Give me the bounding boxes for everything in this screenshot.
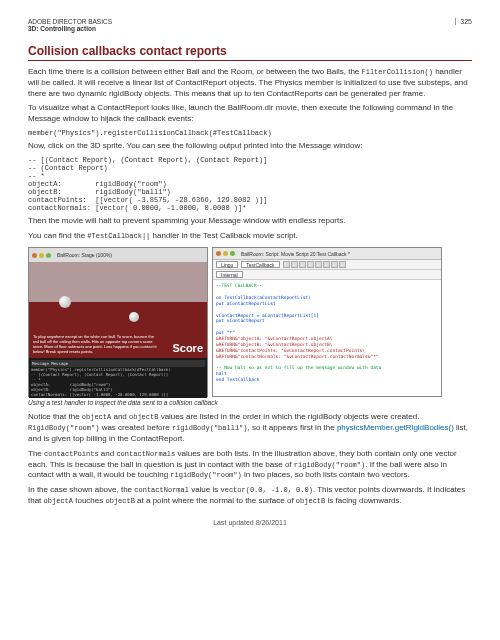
message-output: member("Physics").registerCollisionCallb… [31,367,205,398]
inline-code: objectB [129,413,158,421]
message-title: Message Message [31,360,205,367]
inline-code: vector(0.0, -1.0, 0.0) [220,486,312,494]
inline-code: contactPoints [44,450,99,458]
inline-code: FilterCollision() [362,68,433,76]
inline-code: objectA [44,497,73,505]
close-icon[interactable] [32,253,37,258]
text: at a point where the normal to the surfa… [135,496,296,505]
inline-code: rigidBody("room") [294,461,365,469]
script-tabbar: Internal [213,270,441,280]
code-line: end TestCallback [216,377,438,383]
page-number: 325 [455,18,472,25]
text: handler in the Test Callback movie scrip… [150,231,297,240]
tool-icon[interactable] [315,261,322,268]
3d-viewport[interactable]: To play anywhere except on the white cue… [29,262,207,358]
scene-wall [29,262,207,302]
hint-text: To play anywhere except on the white cue… [33,335,157,354]
inline-code: objectB [105,497,134,505]
text: In the case shown above, the [28,485,134,494]
inline-code: contactNormals [116,450,175,458]
text: and [111,412,129,421]
paragraph-6: Notice that the objectA and objectB valu… [28,412,472,444]
paragraph-7: The contactPoints and contactNormals val… [28,449,472,481]
text: Notice that the [28,412,82,421]
window-title: BallRoom: Stage (100%) [57,252,112,258]
text: Each time there is a collision between e… [28,67,362,76]
page-body: ADOBE DIRECTOR BASICS 3D: Controlling ac… [0,0,500,544]
page-header: ADOBE DIRECTOR BASICS 3D: Controlling ac… [28,18,472,32]
doc-subtitle: 3D: Controlling action [28,25,112,32]
text: You can find the [28,231,87,240]
paragraph-2: To visualize what a ContactReport looks … [28,103,472,125]
page-footer: Last updated 8/26/2011 [28,519,472,526]
inline-code: objectB [296,497,325,505]
link-text[interactable]: physicsMember.getRigidBodies() [337,423,454,432]
section-heading: Collision callbacks contact reports [28,44,472,61]
close-icon[interactable] [216,251,221,256]
text: was created before [99,423,171,432]
paragraph-8: In the case shown above, the contactNorm… [28,485,472,507]
text: in two places, so both lists contain two… [242,470,410,479]
paragraph-5: You can find the #TestCallback|| handler… [28,231,472,242]
text: touches [73,496,105,505]
header-left: ADOBE DIRECTOR BASICS 3D: Controlling ac… [28,18,112,32]
text: and [99,449,117,458]
text: value is [189,485,221,494]
window-titlebar: BallRoom: Stage (100%) [29,248,207,262]
text: is facing downwards. [325,496,401,505]
tool-icon[interactable] [331,261,338,268]
message-window[interactable]: Message Message member("Physics").regist… [29,358,207,398]
stage-window: BallRoom: Stage (100%) To play anywhere … [28,247,208,397]
paragraph-4: Then the movie will halt to prevent spam… [28,216,472,227]
text: The [28,449,44,458]
text: , so it appears first in the [248,423,337,432]
tool-icon[interactable] [283,261,290,268]
code-block-2: -- [(Contact Report), (Contact Report), … [28,156,472,212]
screenshot-row: BallRoom: Stage (100%) To play anywhere … [28,247,472,397]
cast-tab[interactable]: Internal [216,271,243,278]
tool-icon[interactable] [291,261,298,268]
minimize-icon[interactable] [39,253,44,258]
script-title: BallRoom: Script: Movie Script 20:Test C… [241,251,350,257]
inline-code: RigidBody("room") [28,424,99,432]
script-window: BallRoom: Script: Movie Script 20:Test C… [212,247,442,397]
tool-icon[interactable] [323,261,330,268]
zoom-icon[interactable] [230,251,235,256]
language-select[interactable]: Lingo [216,261,238,268]
inline-code: rigidBody("room") [170,471,241,479]
window-titlebar: BallRoom: Script: Movie Script 20:Test C… [213,248,441,260]
code-block-1: member("Physics").registerCollisionCallb… [28,129,472,137]
paragraph-3: Now, click on the 3D sprite. You can see… [28,141,472,152]
inline-code: contactNormal [134,486,189,494]
tool-icon[interactable] [307,261,314,268]
zoom-icon[interactable] [46,253,51,258]
inline-code: rigidBody("ball1") [172,424,248,432]
minimize-icon[interactable] [223,251,228,256]
handler-select[interactable]: TestCallback [241,261,279,268]
toolbar-icons [283,261,346,268]
paragraph-1: Each time there is a collision between e… [28,67,472,99]
tool-icon[interactable] [299,261,306,268]
doc-title: ADOBE DIRECTOR BASICS [28,18,112,25]
inline-code: objectA [82,413,111,421]
script-toolbar: Lingo TestCallback [213,260,441,270]
figure-caption: Using a test handler to inspect the data… [28,399,472,406]
score-label: Score [172,342,203,354]
script-editor[interactable]: --TEST CALLBACK-- on TestCallback(aConta… [213,280,441,396]
inline-code: #TestCallback|| [87,232,150,240]
tool-icon[interactable] [339,261,346,268]
text: values are listed in the order in which … [158,412,419,421]
